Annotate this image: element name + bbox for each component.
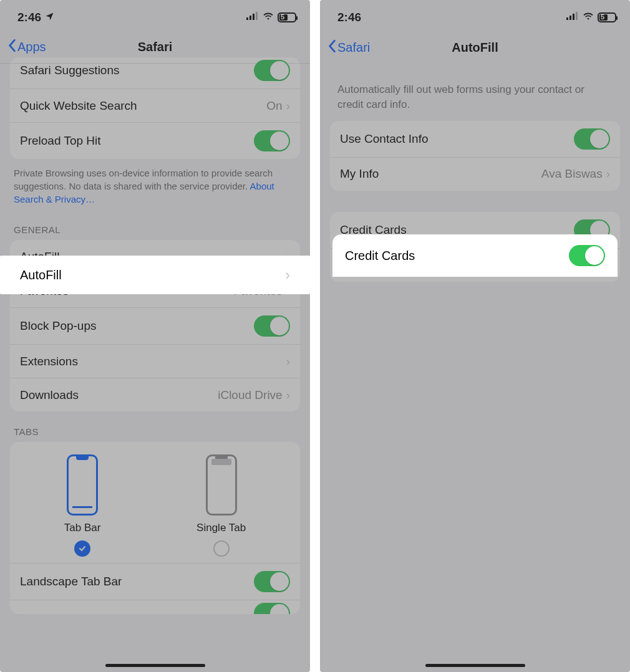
highlighted-row-credit-cards[interactable]: Credit Cards — [332, 234, 618, 277]
section-header-tabs: TABS — [0, 411, 310, 442]
radio-selected-icon — [74, 540, 90, 557]
label: Preload Top Hit — [20, 134, 254, 148]
highlighted-row-autofill[interactable]: AutoFill › — [0, 256, 310, 294]
svg-rect-2 — [253, 14, 254, 20]
label: Landscape Tab Bar — [20, 575, 254, 588]
svg-rect-1 — [250, 16, 251, 20]
svg-rect-5 — [569, 16, 571, 20]
section-description: Automatically fill out web forms using y… — [320, 64, 630, 121]
row-quick-website-search[interactable]: Quick Website Search On › — [10, 89, 300, 122]
chevron-left-icon — [327, 39, 336, 56]
svg-rect-7 — [576, 12, 578, 20]
row-preload-top-hit[interactable]: Preload Top Hit — [10, 122, 300, 159]
section-header-general: GENERAL — [0, 209, 310, 240]
tab-layout-picker: Tab Bar Single Tab — [10, 442, 300, 563]
label: Credit Cards — [345, 249, 569, 263]
location-icon — [45, 11, 54, 24]
battery-icon: 5 — [598, 12, 616, 22]
home-indicator — [425, 664, 525, 667]
option-label: Tab Bar — [64, 522, 101, 534]
cellular-icon — [246, 12, 259, 23]
toggle-partial[interactable] — [254, 603, 290, 614]
row-my-info[interactable]: My Info Ava Biswas › — [330, 157, 620, 191]
chevron-right-icon: › — [606, 167, 610, 181]
value: Ava Biswas — [541, 167, 603, 181]
row-extensions[interactable]: Extensions › — [10, 344, 300, 378]
phone-icon-tab-bar — [67, 454, 98, 516]
svg-rect-4 — [566, 17, 568, 20]
label: Extensions — [20, 355, 286, 368]
option-single-tab[interactable]: Single Tab — [196, 454, 246, 557]
back-label: Apps — [17, 40, 46, 54]
chevron-right-icon: › — [285, 266, 290, 284]
status-time: 2:46 — [17, 11, 41, 24]
row-use-contact-info[interactable]: Use Contact Info — [330, 121, 620, 157]
label: Quick Website Search — [20, 99, 266, 113]
value: iCloud Drive — [218, 388, 282, 402]
status-bar: 2:46 5 — [320, 0, 630, 31]
nav-bar: Apps Safari — [0, 31, 310, 64]
radio-icon — [213, 540, 230, 557]
label: Downloads — [20, 388, 218, 402]
wifi-icon — [583, 12, 594, 23]
label: Block Pop-ups — [20, 319, 254, 333]
section-footer: Private Browsing uses on-device informat… — [0, 159, 310, 209]
svg-rect-3 — [256, 12, 258, 20]
home-indicator — [105, 664, 205, 667]
label: AutoFill — [20, 268, 285, 282]
back-button[interactable]: Apps — [0, 39, 46, 55]
nav-bar: Safari AutoFill — [320, 31, 630, 64]
chevron-right-icon: › — [286, 99, 290, 113]
toggle-safari-suggestions[interactable] — [254, 60, 290, 81]
label: My Info — [340, 167, 541, 181]
toggle-block-popups[interactable] — [254, 315, 290, 337]
svg-rect-0 — [246, 17, 248, 20]
label: Safari Suggestions — [20, 64, 254, 77]
wifi-icon — [263, 12, 274, 23]
toggle-credit-cards[interactable] — [569, 245, 605, 266]
row-landscape-tab-bar[interactable]: Landscape Tab Bar — [10, 563, 300, 600]
status-time: 2:46 — [337, 11, 361, 24]
row-block-popups[interactable]: Block Pop-ups — [10, 307, 300, 344]
svg-rect-6 — [573, 14, 574, 20]
toggle-landscape[interactable] — [254, 571, 290, 592]
battery-icon: 5 — [278, 12, 296, 22]
chevron-right-icon: › — [286, 355, 290, 368]
chevron-right-icon: › — [286, 388, 290, 402]
row-downloads[interactable]: Downloads iCloud Drive › — [10, 378, 300, 411]
back-button[interactable]: Safari — [320, 39, 370, 56]
chevron-left-icon — [7, 39, 16, 55]
option-label: Single Tab — [196, 522, 246, 534]
status-bar: 2:46 5 — [0, 0, 310, 31]
back-label: Safari — [337, 41, 370, 55]
label: Use Contact Info — [340, 132, 574, 146]
toggle-use-contact[interactable] — [574, 128, 610, 150]
option-tab-bar[interactable]: Tab Bar — [64, 454, 101, 557]
value: On — [266, 99, 282, 113]
toggle-preload[interactable] — [254, 130, 290, 151]
nav-title: Safari — [0, 40, 310, 54]
cellular-icon — [566, 12, 579, 23]
phone-icon-single-tab — [206, 454, 237, 516]
